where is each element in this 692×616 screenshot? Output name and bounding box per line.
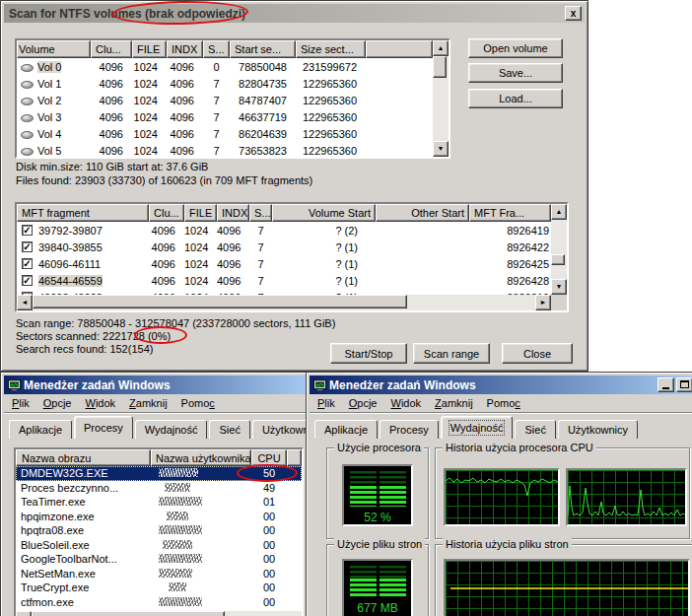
process-row[interactable]: BlueSoleil.exe 00 <box>16 538 302 553</box>
close-button[interactable]: Close <box>502 343 573 364</box>
column-header-start-sector[interactable]: Start se... <box>230 40 296 58</box>
mft-fragment-row[interactable]: ✓46096-46111 4096 1024 4096 7 ? (1) 8926… <box>17 255 551 272</box>
mft-fragment-row[interactable]: ✓39840-39855 4096 1024 4096 7 ? (1) 8926… <box>17 239 551 255</box>
process-list-horizontal-scrollbar[interactable]: ◄ <box>16 611 302 616</box>
column-header-indx[interactable]: INDX <box>217 204 249 222</box>
tab[interactable]: Wydajność <box>135 420 208 439</box>
process-row[interactable]: Proces bezczynno... 49 <box>16 481 302 496</box>
process-row[interactable]: ctfmon.exe 00 <box>16 595 302 610</box>
column-header-volume[interactable]: Volume <box>17 40 91 58</box>
volume-row[interactable]: Vol 1 4096 1024 4096 7 82804735 12296536… <box>17 75 437 92</box>
column-header-s[interactable]: S... <box>203 40 230 58</box>
menu-item[interactable]: Zamknij <box>122 395 174 411</box>
scroll-down-icon[interactable]: ▼ <box>551 279 567 295</box>
pagefile-usage-group-label: Użycie pliku stron <box>334 538 425 550</box>
process-row[interactable]: NetSetMan.exe 00 <box>16 567 302 582</box>
scrollbar-thumb[interactable] <box>551 254 565 265</box>
checkbox-checked-icon[interactable]: ✓ <box>22 258 33 269</box>
scrollbar-thumb[interactable] <box>433 56 447 78</box>
volume-row[interactable]: Vol 3 4096 1024 4096 7 46637719 12296536… <box>17 108 437 125</box>
column-header-clu[interactable]: Clu... <box>91 40 132 58</box>
column-header-image-name[interactable]: Nazwa obrazu <box>16 449 151 466</box>
column-header-mft-fra[interactable]: MFT Fra... <box>469 204 551 222</box>
scrollbar-track[interactable] <box>433 56 449 141</box>
scroll-up-icon[interactable]: ▲ <box>551 204 567 220</box>
column-header-indx[interactable]: INDX <box>167 40 203 58</box>
column-header-file[interactable]: FILE <box>184 204 217 222</box>
column-header-cpu[interactable]: CPU <box>251 449 287 466</box>
start-stop-button[interactable]: Start/Stop <box>330 343 407 364</box>
menu-item[interactable]: Pomoc <box>480 395 527 411</box>
mft-fragment-row[interactable]: ✓39792-39807 4096 1024 4096 7 ? (2) 8926… <box>17 222 551 239</box>
mft-table-vertical-scrollbar[interactable]: ▲ ▼ <box>551 204 567 295</box>
close-icon[interactable]: x <box>565 6 582 21</box>
column-header-user-name[interactable]: Nazwa użytkownika <box>151 449 251 466</box>
taskmgr-right-titlebar[interactable]: Menedżer zadań Windows <box>310 376 692 394</box>
tab[interactable]: Procesy <box>380 420 439 439</box>
taskmgr-processes-window: Menedżer zadań Windows Plik Opcje Widok … <box>0 372 313 616</box>
menu-item[interactable]: Widok <box>383 395 428 411</box>
menu-item[interactable]: Zamknij <box>428 395 480 411</box>
menu-item[interactable]: Plik <box>311 395 342 411</box>
scrollbar-track[interactable] <box>407 295 535 310</box>
volume-row[interactable]: Vol 0 4096 1024 4096 0 78850048 23159967… <box>17 58 437 75</box>
volume-row[interactable]: Vol 2 4096 1024 4096 7 84787407 12296536… <box>17 92 437 108</box>
menu-item[interactable]: Opcje <box>342 395 384 411</box>
save-button[interactable]: Save... <box>468 63 563 83</box>
mft-fragment-row[interactable]: ✓46544-46559 4096 1024 4096 7 ? (1) 8926… <box>17 272 551 289</box>
open-volume-button[interactable]: Open volume <box>468 38 563 58</box>
menu-item[interactable]: Widok <box>78 395 122 411</box>
checkbox-checked-icon[interactable]: ✓ <box>22 275 33 286</box>
process-row[interactable]: GoogleToolbarNot... 00 <box>16 552 302 567</box>
column-header-mft-fragment[interactable]: MFT fragment <box>17 204 149 222</box>
tab[interactable]: Sieć <box>515 420 555 439</box>
column-header-other-start[interactable]: Other Start <box>376 204 469 222</box>
column-header-size-sectors[interactable]: Size sect... <box>296 40 366 58</box>
minimize-icon[interactable] <box>657 377 674 392</box>
scroll-right-icon[interactable]: ► <box>535 295 551 310</box>
volume-row[interactable]: Vol 4 4096 1024 4096 7 86204639 12296536… <box>17 125 437 142</box>
scroll-left-icon[interactable]: ◄ <box>17 295 33 310</box>
process-row[interactable]: hpqimzone.exe 00 <box>16 510 302 524</box>
maximize-icon[interactable] <box>676 377 692 392</box>
column-header-s[interactable]: S... <box>249 204 272 222</box>
scan-range-button[interactable]: Scan range <box>413 343 490 364</box>
scan-dialog-title-text: Scan for NTFS volumes <box>9 7 142 21</box>
scrollbar-track[interactable] <box>551 220 567 279</box>
menu-item[interactable]: Opcje <box>36 395 79 411</box>
process-row[interactable]: TrueCrypt.exe 00 <box>16 581 302 595</box>
menu-item[interactable]: Plik <box>5 395 36 411</box>
scrollbar-corner <box>551 295 567 310</box>
scrollbar-thumb[interactable] <box>32 611 225 616</box>
column-header-file[interactable]: FILE <box>132 40 167 58</box>
volume-row[interactable]: Vol 5 4096 1024 4096 7 73653823 12296536… <box>17 142 437 157</box>
scroll-left-icon[interactable]: ◄ <box>16 611 32 616</box>
column-header-volume-start[interactable]: Volume Start <box>272 204 376 222</box>
scrollbar-thumb[interactable] <box>33 295 407 308</box>
column-header-clu[interactable]: Clu... <box>149 204 184 222</box>
tab[interactable]: Aplikacje <box>9 420 72 439</box>
redacted-username-scribble <box>167 512 188 520</box>
volume-table-vertical-scrollbar[interactable]: ▲ ▼ <box>433 40 449 157</box>
scroll-up-icon[interactable]: ▲ <box>433 40 449 56</box>
taskmgr-left-titlebar[interactable]: Menedżer zadań Windows <box>4 376 310 394</box>
process-row[interactable]: hpqtra08.exe 00 <box>16 523 302 538</box>
checkbox-checked-icon[interactable]: ✓ <box>22 241 33 252</box>
scrollbar-track[interactable] <box>225 611 302 616</box>
tab[interactable]: Użytkownicy <box>558 420 638 439</box>
tab[interactable]: Sieć <box>209 420 249 439</box>
process-row[interactable]: TeaTimer.exe 01 <box>16 495 302 510</box>
tab[interactable]: Wydajność <box>441 416 514 439</box>
tab[interactable]: Procesy <box>74 416 133 439</box>
mft-table-horizontal-scrollbar[interactable]: ◄ ► <box>17 295 551 310</box>
taskmgr-performance-window: Menedżer zadań Windows Plik Opcje Widok … <box>306 372 692 616</box>
tab[interactable]: Aplikacje <box>314 420 378 439</box>
scroll-down-icon[interactable]: ▼ <box>433 141 449 157</box>
load-button[interactable]: Load... <box>468 89 563 108</box>
sectors-scanned-prefix: Sectors scanned: 2221728 <box>16 330 148 342</box>
checkbox-checked-icon[interactable]: ✓ <box>22 225 33 236</box>
scan-dialog-titlebar[interactable]: Scan for NTFS volumes (brak odpowiedzi) … <box>4 4 585 23</box>
menu-item[interactable]: Pomoc <box>174 395 222 411</box>
process-row[interactable]: DMDEW32G.EXE 50 <box>16 466 302 481</box>
taskmgr-left-menubar: Plik Opcje Widok Zamknij Pomoc <box>5 394 309 411</box>
